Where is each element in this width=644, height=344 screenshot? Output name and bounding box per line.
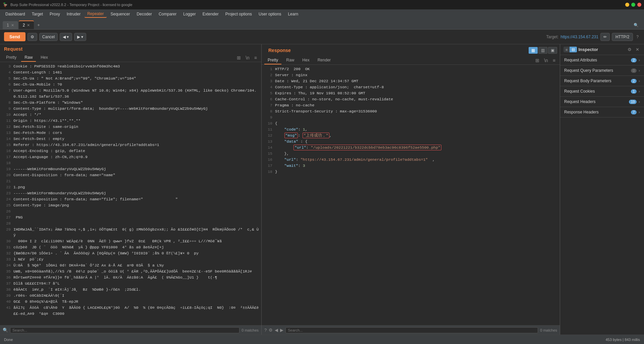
inspector-section-title: Request Attributes bbox=[564, 58, 631, 62]
response-tab-raw[interactable]: Raw bbox=[283, 56, 298, 64]
response-back-icon[interactable]: ◀ bbox=[275, 328, 278, 333]
tab-2-close[interactable]: ✕ bbox=[27, 23, 30, 28]
request-line: 21 bbox=[0, 178, 261, 184]
inspector-section-header[interactable]: Request Body Parameters 2 › bbox=[560, 76, 644, 86]
request-search-bar: 🔍 0 matches bbox=[0, 325, 261, 335]
request-line: 221.png bbox=[0, 184, 261, 190]
inspector-close-btn[interactable]: ✕ bbox=[634, 46, 641, 53]
response-view-grid[interactable]: ▦ bbox=[529, 47, 538, 54]
request-panel: Request Pretty Raw Hex ⊞ \n ≡ 3Cookie : … bbox=[0, 44, 262, 335]
response-code-area[interactable]: 1HTTP/2 200 OK2Server : nginx3Date : Wed… bbox=[262, 65, 560, 325]
inspector-toggle-active[interactable]: ▤ bbox=[570, 47, 577, 52]
menu-item-logger[interactable]: Logger bbox=[180, 11, 198, 17]
chevron-down-icon: › bbox=[639, 68, 640, 72]
menu-item-sequencer[interactable]: Sequencer bbox=[108, 11, 133, 17]
maximize-button[interactable] bbox=[631, 3, 635, 7]
target-url[interactable]: https://43.154.67.231 bbox=[560, 35, 598, 39]
inspector-section-header[interactable]: Request Headers 19 › bbox=[560, 97, 644, 107]
inspector-section-header[interactable]: Request Cookies 1 › bbox=[560, 86, 644, 96]
response-view-full[interactable]: ▣ bbox=[548, 47, 557, 54]
title-bar-title: Burp Suite Professional v2022.8.2 - Temp… bbox=[10, 3, 132, 7]
tab-1-label: 1 bbox=[7, 23, 9, 28]
response-wrap-button[interactable]: ⊞ bbox=[534, 57, 541, 64]
menu-item-user-options[interactable]: User options bbox=[256, 11, 284, 17]
response-view-toggle: ▦ ▥ ▣ bbox=[529, 47, 557, 54]
inspector-section-header[interactable]: Request Query Parameters 0 › bbox=[560, 65, 644, 76]
request-line: 27 PNG bbox=[0, 214, 261, 220]
menu-item-intruder[interactable]: Intruder bbox=[64, 11, 83, 17]
menu-item-target[interactable]: Target bbox=[29, 11, 46, 17]
request-line: 35UæB, x0×G0öàanñã),//kS /B èè\z pqöø´ _… bbox=[0, 268, 261, 275]
request-line: 11Origin : https://43.1**.**.** bbox=[0, 118, 261, 124]
request-menu-button[interactable]: ≡ bbox=[253, 54, 259, 61]
response-menu-button[interactable]: ≡ bbox=[551, 57, 557, 64]
inspector-toggle-req[interactable]: ≡ bbox=[564, 47, 570, 52]
response-json-line: 11 "code": 1, bbox=[262, 127, 560, 133]
inspector-section-header[interactable]: Request Attributes 2 › bbox=[560, 55, 644, 65]
forward-button[interactable]: ▶ ▾ bbox=[74, 33, 86, 41]
toolbar: Send ⚙ Cancel ◀ ▾ ▶ ▾ Target: https://43… bbox=[0, 30, 644, 44]
request-line: 23------WebKitFormBoundaryVuQLWZ2b9u5HWy… bbox=[0, 190, 261, 196]
request-search-icon[interactable]: 🔍 bbox=[3, 328, 8, 333]
tab-search-icon[interactable]: 🔍 bbox=[631, 21, 641, 29]
tab-1[interactable]: 1 ✕ bbox=[3, 21, 18, 29]
minimize-button[interactable] bbox=[625, 3, 629, 7]
response-panel: Response ▦ ▥ ▣ Pretty Raw Hex Render ⊞ \… bbox=[262, 44, 560, 335]
help-icon[interactable]: ? bbox=[635, 33, 640, 41]
response-help-icon[interactable]: ? bbox=[264, 328, 267, 333]
request-tab-pretty[interactable]: Pretty bbox=[3, 54, 20, 62]
request-line: 16Accept-Encoding : gzip, deflate bbox=[0, 148, 261, 154]
response-view-split[interactable]: ▥ bbox=[538, 47, 547, 54]
tab-2[interactable]: 2 ✕ bbox=[19, 20, 34, 29]
request-line: 25Content-Type : image/png bbox=[0, 202, 261, 208]
response-tab-render[interactable]: Render bbox=[314, 56, 334, 64]
inspector-section-header[interactable]: Response Headers 7 › bbox=[560, 107, 644, 117]
cancel-button[interactable]: Cancel bbox=[39, 33, 58, 41]
response-tab-hex[interactable]: Hex bbox=[299, 56, 313, 64]
response-search-input[interactable] bbox=[285, 327, 538, 333]
close-button[interactable] bbox=[637, 3, 641, 7]
settings-button[interactable]: ⚙ bbox=[28, 33, 37, 41]
request-line: 30 000¤ I 2 cl£¡i100%! W£Àp£/è 0NN Ã£© )… bbox=[0, 238, 261, 244]
inspector-section-title: Request Query Parameters bbox=[564, 68, 631, 73]
main-content: Request Pretty Raw Hex ⊞ \n ≡ 3Cookie : … bbox=[0, 44, 644, 335]
cancel-label: Cancel bbox=[42, 35, 55, 39]
request-tab-hex[interactable]: Hex bbox=[37, 54, 51, 62]
back-button[interactable]: ◀ ▾ bbox=[60, 33, 72, 41]
request-wrap-button[interactable]: ⊞ bbox=[235, 54, 243, 61]
menu-item-decoder[interactable]: Decoder bbox=[134, 11, 155, 17]
response-tab-pretty[interactable]: Pretty bbox=[264, 56, 281, 64]
menu-item-project-options[interactable]: Project options bbox=[223, 11, 255, 17]
response-matches-label: 0 matches bbox=[540, 328, 557, 332]
request-search-input[interactable] bbox=[10, 327, 239, 333]
request-line: 9Content-Type : multipart/form-data; bou… bbox=[0, 106, 261, 112]
inspector-section: Request Body Parameters 2 › bbox=[560, 76, 644, 86]
menu-item-extender[interactable]: Extender bbox=[200, 11, 221, 17]
menu-item-dashboard[interactable]: Dashboard bbox=[3, 11, 28, 17]
tab-1-close[interactable]: ✕ bbox=[11, 23, 14, 28]
chevron-down-icon: › bbox=[639, 79, 640, 83]
request-line: 26 bbox=[0, 208, 261, 214]
protocol-button[interactable]: HTTP/2 bbox=[612, 33, 633, 41]
request-code-area[interactable]: 3Cookie : PHPSESSID =eablo8iboirvvm3nf60… bbox=[0, 62, 261, 325]
menu-item-learn[interactable]: Learn bbox=[285, 11, 301, 17]
tab-add-button[interactable]: + bbox=[35, 21, 42, 29]
response-newline-button[interactable]: \n bbox=[542, 57, 550, 64]
inspector-section-count: 0 bbox=[631, 68, 637, 73]
edit-target-button[interactable]: ✏ bbox=[600, 33, 610, 41]
send-button[interactable]: Send bbox=[4, 32, 25, 41]
request-line: 33l N£V pö¨;£y bbox=[0, 256, 261, 262]
menu-item-comparer[interactable]: Comparer bbox=[156, 11, 179, 17]
request-tab-raw[interactable]: Raw bbox=[21, 54, 36, 62]
request-line: 12Sec-Fetch-Site : same-origin bbox=[0, 124, 261, 130]
request-line: 19------WebKitFormBoundaryVuQLWZ2b9u5HWy… bbox=[0, 166, 261, 172]
response-settings-icon[interactable]: ⚙ bbox=[269, 328, 273, 333]
request-newline-button[interactable]: \n bbox=[244, 54, 251, 61]
response-panel-title: Response bbox=[264, 46, 295, 55]
request-line: 5Sec-Ch-Ua : " Not A:Brand";v="99", "Chr… bbox=[0, 76, 261, 82]
inspector-settings-btn[interactable]: ⚙ bbox=[626, 46, 633, 53]
menu-item-proxy[interactable]: Proxy bbox=[47, 11, 63, 17]
menu-item-repeater[interactable]: Repeater bbox=[85, 10, 106, 18]
size-info: 453 bytes | 843 millis bbox=[605, 338, 640, 342]
response-forward-icon[interactable]: ▶ bbox=[280, 328, 283, 333]
